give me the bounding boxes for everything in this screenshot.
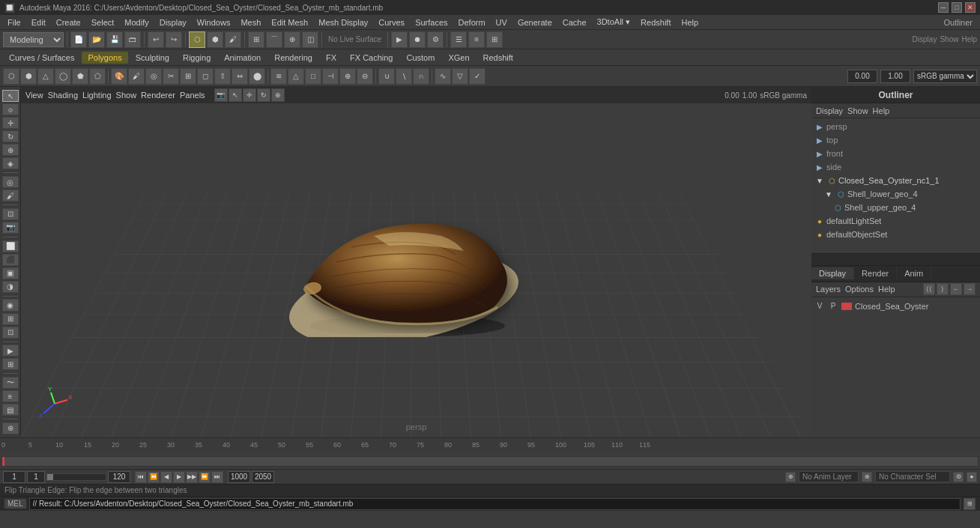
hud-btn[interactable]: ⊞ bbox=[2, 358, 19, 370]
fill-hole[interactable]: ⬤ bbox=[249, 68, 265, 85]
scale-tool[interactable]: ⊕ bbox=[2, 144, 19, 156]
close-button[interactable]: ✕ bbox=[965, 2, 976, 13]
layers-menu[interactable]: Layers bbox=[816, 285, 841, 294]
select-tool[interactable]: ↖ bbox=[2, 90, 19, 102]
anim-layer-selector[interactable]: No Anim Layer bbox=[799, 471, 859, 482]
separate-tool[interactable]: ⊖ bbox=[357, 68, 373, 85]
playback-end-input[interactable] bbox=[252, 471, 274, 483]
layer-back-btn[interactable]: ← bbox=[950, 283, 962, 295]
prev-frame-btn[interactable]: ⏪ bbox=[148, 471, 160, 483]
char-selector[interactable]: No Character Sel bbox=[875, 471, 950, 482]
timeline-track[interactable] bbox=[1, 456, 979, 467]
channel-box-button[interactable]: ≡ bbox=[468, 31, 485, 48]
outliner-show-item[interactable]: Show bbox=[847, 106, 868, 115]
isolate-select[interactable]: ◉ bbox=[2, 299, 19, 311]
layer-prev-btn[interactable]: ⟨⟨ bbox=[923, 283, 935, 295]
lasso-select[interactable]: ⌾ bbox=[2, 103, 19, 115]
snap-surface-button[interactable]: ◫ bbox=[302, 31, 318, 48]
lighting-menu[interactable]: Lighting bbox=[82, 91, 112, 100]
multi-cut[interactable]: ✂ bbox=[163, 68, 179, 85]
anim-tab[interactable]: Anim bbox=[897, 267, 931, 279]
display-wireframe[interactable]: ⬜ bbox=[2, 240, 19, 252]
display-tab[interactable]: Display bbox=[811, 267, 854, 279]
vp-rotate-icon[interactable]: ↻ bbox=[257, 88, 270, 102]
menu-uv[interactable]: UV bbox=[491, 16, 512, 28]
rotate-tool[interactable]: ↻ bbox=[2, 130, 19, 142]
gamma-select[interactable]: sRGB gamma bbox=[913, 70, 977, 83]
vp-camera-icon[interactable]: 📷 bbox=[214, 88, 228, 102]
minimize-button[interactable]: ─ bbox=[938, 2, 949, 13]
layer-row[interactable]: V P Closed_Sea_Oyster bbox=[814, 300, 977, 312]
mesh-tool-1[interactable]: ⬡ bbox=[3, 68, 19, 85]
timeline-numbers-row[interactable]: 0 5 10 15 20 25 30 35 40 45 50 55 60 65 … bbox=[0, 438, 980, 453]
panels-menu[interactable]: Panels bbox=[180, 91, 205, 100]
y-coord-input[interactable] bbox=[880, 70, 910, 83]
anim-layer-icon[interactable]: ⊕ bbox=[785, 472, 796, 482]
outliner-top[interactable]: ▶ top bbox=[811, 133, 980, 147]
xgen-guide[interactable]: ⊛ bbox=[2, 422, 19, 434]
connect-tool[interactable]: ⊞ bbox=[180, 68, 196, 85]
move-tool[interactable]: ✛ bbox=[2, 117, 19, 129]
select-tool-button[interactable]: ⬡ bbox=[189, 31, 205, 48]
mesh-tool-2[interactable]: ⬢ bbox=[20, 68, 37, 85]
dope-sheet-btn[interactable]: ≡ bbox=[2, 390, 19, 402]
outliner-front[interactable]: ▶ front bbox=[811, 147, 980, 160]
trax-editor-btn[interactable]: ▤ bbox=[2, 404, 19, 416]
viewport[interactable]: View Shading Lighting Show Renderer Pane… bbox=[21, 87, 811, 437]
mesh-tool-3[interactable]: △ bbox=[37, 68, 54, 85]
menu-generate[interactable]: Generate bbox=[513, 16, 557, 28]
view-menu[interactable]: View bbox=[25, 91, 43, 100]
outliner-side[interactable]: ▶ side bbox=[811, 160, 980, 174]
next-key-btn[interactable]: ▶▶ bbox=[186, 471, 198, 483]
play-btn[interactable]: ▶ bbox=[173, 471, 185, 483]
crease-tool[interactable]: ∿ bbox=[435, 68, 451, 85]
menu-edit-mesh[interactable]: Edit Mesh bbox=[267, 16, 312, 28]
attribute-editor-button[interactable]: ⊞ bbox=[486, 31, 503, 48]
layer-fwd-btn[interactable]: → bbox=[964, 283, 976, 295]
menu-3dtoall[interactable]: 3DtoAll ▾ bbox=[593, 16, 635, 28]
end-frame-input[interactable] bbox=[108, 471, 130, 483]
boolean-union[interactable]: ∪ bbox=[378, 68, 395, 85]
camera-tool[interactable]: 📷 bbox=[2, 222, 19, 234]
script-input[interactable] bbox=[29, 498, 961, 510]
fx-menu[interactable]: FX bbox=[320, 52, 342, 64]
display-solid[interactable]: ⬛ bbox=[2, 254, 19, 266]
outliner-oyster-group[interactable]: ▼ ⬡ Closed_Sea_Oyster_nc1_1 bbox=[811, 174, 980, 187]
mesh-tool-5[interactable]: ⬟ bbox=[72, 68, 88, 85]
options-menu[interactable]: Options bbox=[845, 285, 874, 294]
vp-scale-icon[interactable]: ⊕ bbox=[271, 88, 285, 102]
menu-create[interactable]: Create bbox=[52, 16, 85, 28]
menu-file[interactable]: File bbox=[3, 16, 25, 28]
menu-curves[interactable]: Curves bbox=[374, 16, 409, 28]
boolean-inter[interactable]: ∩ bbox=[413, 68, 429, 85]
render-btn[interactable]: ▶ bbox=[2, 345, 19, 356]
go-start-btn[interactable]: ⏮ bbox=[135, 471, 147, 483]
script-expand-btn[interactable]: ⊞ bbox=[964, 498, 976, 510]
paint-weights[interactable]: 🖌 bbox=[128, 68, 145, 85]
range-slider[interactable] bbox=[46, 473, 106, 481]
save-file-button[interactable]: 💾 bbox=[106, 31, 123, 48]
snap-grid-button[interactable]: ⊞ bbox=[248, 31, 264, 48]
settings-icon[interactable]: ⚙ bbox=[953, 472, 964, 482]
layer-next-btn[interactable]: ⟩ bbox=[937, 283, 949, 295]
menu-windows[interactable]: Windows bbox=[193, 16, 235, 28]
menu-select[interactable]: Select bbox=[87, 16, 119, 28]
outliner-help-item[interactable]: Help bbox=[873, 106, 890, 115]
lasso-tool-button[interactable]: ⬢ bbox=[207, 31, 223, 48]
soft-select[interactable]: ◎ bbox=[145, 68, 162, 85]
frame-all[interactable]: ⊞ bbox=[2, 313, 19, 325]
cleanup-tool[interactable]: ✓ bbox=[469, 68, 486, 85]
save-as-button[interactable]: 🗃 bbox=[124, 31, 141, 48]
display-texture[interactable]: ▣ bbox=[2, 267, 19, 279]
menu-edit[interactable]: Edit bbox=[27, 16, 50, 28]
mirror-tool[interactable]: ⊣ bbox=[322, 68, 339, 85]
snap-point-button[interactable]: ⊕ bbox=[284, 31, 300, 48]
frame-selected[interactable]: ⊡ bbox=[2, 327, 19, 339]
render-settings-button[interactable]: ⚙ bbox=[427, 31, 444, 48]
current-frame-input[interactable] bbox=[27, 471, 45, 483]
next-frame-btn[interactable]: ⏩ bbox=[199, 471, 211, 483]
auto-key-icon[interactable]: ● bbox=[967, 472, 977, 482]
prev-key-btn[interactable]: ◀ bbox=[160, 471, 172, 483]
graph-editor-btn[interactable]: 〜 bbox=[2, 377, 19, 389]
outliner-object-set[interactable]: ● defaultObjectSet bbox=[811, 228, 980, 241]
